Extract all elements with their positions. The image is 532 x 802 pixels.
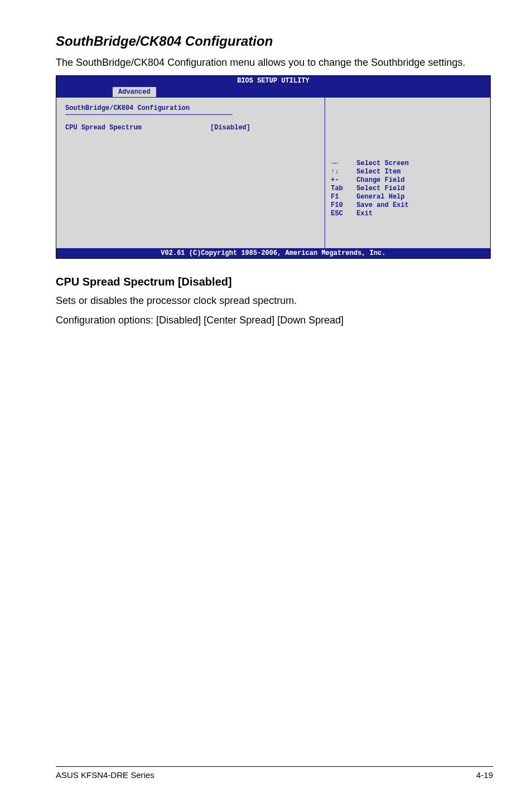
nav-label: Select Field [356,185,404,193]
footer-left: ASUS KFSN4-DRE Series [56,770,154,780]
section-heading: SouthBridge/CK804 Configuration [56,33,493,49]
nav-key: ESC [331,210,356,218]
footer-right: 4-19 [476,770,493,780]
nav-key: F1 [331,193,356,201]
nav-select-screen: →← Select Screen [331,160,485,168]
nav-key: Tab [331,185,356,193]
nav-label: Change Field [356,176,404,185]
bios-body: SouthBridge/CK804 Configuration CPU Spre… [56,97,490,248]
nav-label: General Help [356,193,404,201]
bios-footer: V02.61 (C)Copyright 1985-2006, American … [56,248,490,258]
nav-key: F10 [331,201,356,210]
page-footer: ASUS KFSN4-DRE Series 4-19 [56,766,493,780]
description-line-1: Sets or disables the processor clock spr… [56,294,493,308]
bios-screenshot: BIOS SETUP UTILITY Advanced SouthBridge/… [56,75,491,259]
nav-label: Select Screen [356,160,409,168]
bios-setting-value: [Disabled] [210,124,277,132]
bios-section-label: SouthBridge/CK804 Configuration [65,104,316,112]
nav-change-field: +- Change Field [331,176,485,185]
bios-nav-hints: →← Select Screen ↑↓ Select Item +- Chang… [331,160,485,235]
sub-heading: CPU Spread Spectrum [Disabled] [56,276,493,288]
description-line-2: Configuration options: [Disabled] [Cente… [56,313,493,327]
nav-key: →← [331,160,356,168]
bios-left-panel: SouthBridge/CK804 Configuration CPU Spre… [56,98,325,248]
intro-text: The SouthBridge/CK804 Configuration menu… [56,56,493,70]
nav-select-field: Tab Select Field [331,185,485,193]
bios-setting-label: CPU Spread Spectrum [65,124,210,132]
bios-setting-row: CPU Spread Spectrum [Disabled] [65,124,316,132]
nav-label: Exit [356,210,373,218]
nav-key: +- [331,176,356,185]
nav-key: ↑↓ [331,168,356,176]
bios-topbar: BIOS SETUP UTILITY Advanced [56,76,490,97]
nav-select-item: ↑↓ Select Item [331,168,485,176]
bios-divider [65,114,233,115]
bios-tab-advanced: Advanced [112,86,157,97]
bios-title: BIOS SETUP UTILITY [56,76,490,85]
nav-save-exit: F10 Save and Exit [331,201,485,210]
nav-label: Save and Exit [356,201,409,210]
nav-label: Select Item [356,168,400,176]
nav-general-help: F1 General Help [331,193,485,201]
bios-right-panel: →← Select Screen ↑↓ Select Item +- Chang… [325,98,490,248]
nav-exit: ESC Exit [331,210,485,218]
